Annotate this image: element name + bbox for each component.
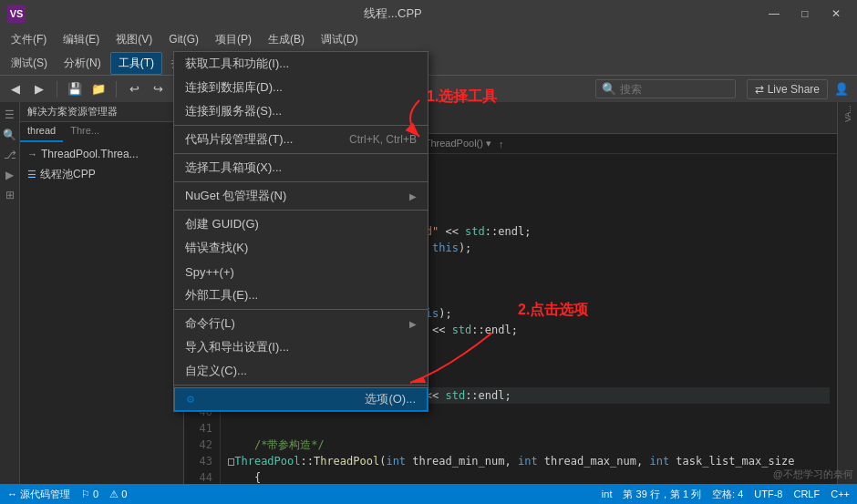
status-type-label: int (602, 489, 613, 499)
status-eol-label: CRLF (793, 489, 820, 499)
menu-snippets-label: 代码片段管理器(T)... (185, 131, 293, 148)
status-eol[interactable]: CRLF (793, 488, 820, 501)
menu-error-lookup[interactable]: 错误查找(K) (174, 236, 428, 260)
tree-item-threadpoolcpp-label: 线程池CPP (40, 167, 96, 182)
liveshare-icon: ⇄ (755, 83, 764, 96)
activity-explorer-icon[interactable]: ☰ (1, 106, 19, 124)
toolbar-open-button[interactable]: 📁 (88, 79, 108, 99)
minimize-button[interactable]: — (760, 5, 788, 23)
tree-item-threadpool-label: ThreadPool.Threa... (41, 148, 139, 160)
menu-options[interactable]: ⚙ 选项(O)... (174, 387, 428, 411)
toolbar-save-button[interactable]: 💾 (65, 79, 85, 99)
menu-get-tools[interactable]: 获取工具和功能(I)... (174, 52, 428, 76)
status-source-control[interactable]: ↔ 源代码管理 (7, 488, 70, 501)
menu-external-tools[interactable]: 外部工具(E)... (174, 283, 428, 307)
menu-spy-label: Spy++(+) (185, 265, 234, 279)
menu-file[interactable]: 文件(F) (4, 29, 54, 50)
menu-options-gear-icon: ⚙ (186, 394, 201, 406)
menu-connect-db[interactable]: 连接到数据库(D)... (174, 76, 428, 99)
close-button[interactable]: ✕ (822, 5, 850, 23)
status-errors-label: ⚐ 0 (81, 489, 98, 500)
menu-import-export[interactable]: 导入和导出设置(I)... (174, 335, 428, 359)
menu-create-guid[interactable]: 创建 GUID(G) (174, 212, 428, 236)
menu-customize[interactable]: 自定义(C)... (174, 359, 428, 383)
status-position-label: 第 39 行，第 1 列 (623, 488, 701, 501)
search-icon: 🔍 (602, 82, 616, 96)
toolbar: ◀ ▶ 💾 📁 ↩ ↪ 🔍 ⇄ Live Share 👤 (0, 75, 857, 102)
status-type[interactable]: int (602, 488, 613, 501)
menu-nuget-arrow-icon: ▶ (409, 191, 417, 201)
menu-nuget[interactable]: NuGet 包管理器(N) ▶ (174, 184, 428, 208)
menu-cmdline-label: 命令行(L) (185, 315, 235, 332)
menu-cmdline[interactable]: 命令行(L) ▶ (174, 312, 428, 335)
menu-debug[interactable]: 调试(D) (314, 29, 366, 50)
tree-item-threadpool[interactable]: → ThreadPool.Threa... (20, 144, 183, 164)
menu-external-tools-label: 外部工具(E)... (185, 287, 258, 303)
statusbar-right: int 第 39 行，第 1 列 空格: 4 UTF-8 CRLF C++ (602, 488, 850, 501)
menu-edit[interactable]: 编辑(E) (56, 29, 107, 50)
tree-file-icon: ☰ (27, 169, 36, 180)
menu-build[interactable]: 生成(B) (261, 29, 312, 50)
breadcrumb-func[interactable]: ThreadPool() ▾ (425, 138, 491, 149)
menu-nuget-label: NuGet 包管理器(N) (185, 188, 286, 204)
status-encoding-label: UTF-8 (754, 489, 782, 499)
menu-spy[interactable]: Spy++(+) (174, 260, 428, 283)
menu-connect-server[interactable]: 连接到服务器(S)... (174, 99, 428, 123)
dropdown-menu: 获取工具和功能(I)... 连接到数据库(D)... 连接到服务器(S)... … (173, 51, 428, 412)
side-tree: → ThreadPool.Threa... ☰ 线程池CPP (20, 142, 183, 504)
activity-search-icon[interactable]: 🔍 (1, 126, 19, 144)
menu-toolbox[interactable]: 选择工具箱项(X)... (174, 156, 428, 180)
side-panel: 解决方案资源管理器 thread Thre... → ThreadPool.Th… (20, 102, 184, 504)
status-warnings[interactable]: ⚠ 0 (109, 489, 127, 500)
status-spaces[interactable]: 空格: 4 (712, 488, 743, 501)
titlebar: VS 线程...CPP — □ ✕ (0, 0, 857, 27)
side-panel-header: 解决方案资源管理器 (20, 102, 183, 122)
side-panel-title: 解决方案资源管理器 (27, 105, 118, 118)
menubar-row1: 文件(F) 编辑(E) 视图(V) Git(G) 项目(P) 生成(B) 调试(… (0, 27, 857, 51)
status-encoding[interactable]: UTF-8 (754, 488, 782, 501)
toolbar-back-button[interactable]: ◀ (5, 79, 26, 99)
menu-cmdline-arrow-icon: ▶ (409, 319, 417, 329)
main-area: ☰ 🔍 ⎇ ▶ ⊞ 解决方案资源管理器 thread Thre... → Thr… (0, 102, 857, 504)
toolbar-undo-button[interactable]: ↩ (124, 79, 144, 99)
activity-git-icon[interactable]: ⎇ (1, 146, 19, 164)
activity-debug-icon[interactable]: ▶ (1, 166, 19, 184)
menu-options-label: 选项(O)... (365, 391, 416, 407)
status-language[interactable]: C++ (831, 488, 850, 501)
side-tab-thread2[interactable]: Thre... (63, 122, 107, 142)
side-panel-tabs: thread Thre... (20, 122, 183, 142)
status-position[interactable]: 第 39 行，第 1 列 (623, 488, 701, 501)
dropdown-sep-3 (174, 181, 428, 182)
breadcrumb-up-icon[interactable]: ↑ (499, 139, 504, 149)
toolbar-extra-button[interactable]: 👤 (831, 79, 852, 99)
toolbar-separator-2 (116, 81, 117, 98)
menu-test[interactable]: 测试(S) (4, 53, 55, 74)
menu-toolbox-label: 选择工具箱项(X)... (185, 159, 282, 176)
menubar-row2: 测试(S) 分析(N) 工具(T) 扩展(X) 窗口(W) 帮助(H) (0, 51, 857, 75)
toolbar-forward-button[interactable]: ▶ (29, 79, 49, 99)
menu-get-tools-label: 获取工具和功能(I)... (185, 56, 289, 72)
liveshare-button[interactable]: ⇄ Live Share (747, 79, 828, 99)
menu-git[interactable]: Git(G) (161, 30, 206, 48)
menu-tools[interactable]: 工具(T) (110, 52, 162, 75)
activity-extensions-icon[interactable]: ⊞ (1, 186, 19, 204)
toolbar-redo-button[interactable]: ↪ (148, 79, 168, 99)
dropdown-sep-2 (174, 153, 428, 154)
liveshare-label: Live Share (768, 83, 820, 96)
status-errors[interactable]: ⚐ 0 (81, 489, 98, 500)
menu-snippets-shortcut: Ctrl+K, Ctrl+B (349, 133, 417, 146)
activity-bar: ☰ 🔍 ⎇ ▶ ⊞ (0, 102, 20, 504)
tree-item-threadpoolcpp[interactable]: ☰ 线程池CPP (20, 164, 183, 184)
side-tab-thread[interactable]: thread (20, 122, 63, 142)
menu-snippets[interactable]: 代码片段管理器(T)... Ctrl+K, Ctrl+B (174, 128, 428, 151)
line-num-42: 42 (184, 437, 212, 453)
code-line-42: /*带参构造*/ (228, 437, 830, 453)
menu-project[interactable]: 项目(P) (208, 29, 259, 50)
right-panel: VA... Git (837, 102, 857, 504)
search-input[interactable] (620, 83, 729, 96)
right-panel-va-icon[interactable]: VA... (840, 106, 856, 122)
menu-view[interactable]: 视图(V) (108, 29, 160, 50)
line-num-43: 43 (184, 453, 212, 469)
maximize-button[interactable]: □ (791, 5, 819, 23)
menu-analyze[interactable]: 分析(N) (57, 53, 108, 74)
